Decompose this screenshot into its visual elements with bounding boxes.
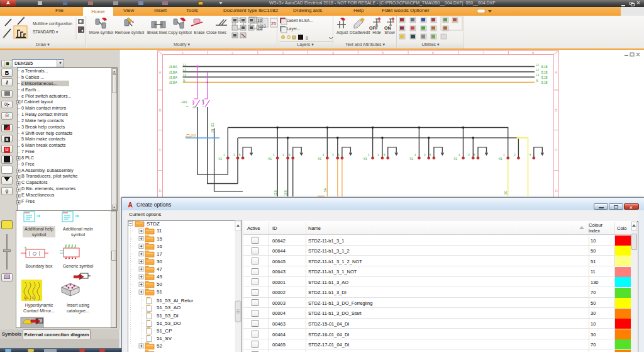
svg-text:1: 1	[503, 154, 505, 157]
svg-text:6: 6	[432, 51, 435, 55]
svg-text:3C: 3C	[504, 190, 508, 195]
svg-text:L1: L1	[536, 64, 540, 67]
svg-text:5: 5	[530, 154, 531, 157]
svg-text:1: 1	[368, 154, 370, 157]
svg-text:**: **	[186, 106, 189, 109]
svg-text:3: 3	[377, 154, 379, 157]
svg-text:1N /2Z: 1N /2Z	[211, 123, 214, 133]
svg-text:2: 2	[231, 51, 234, 55]
svg-text:L3: L3	[536, 74, 540, 77]
svg-text:5: 5	[430, 154, 431, 157]
svg-text:1: 1	[458, 154, 460, 157]
svg-text:-X1: -X1	[498, 157, 503, 161]
svg-text:1M3: 1M3	[191, 134, 196, 137]
svg-text:5: 5	[382, 51, 384, 55]
svg-text:s: s	[25, 246, 26, 249]
svg-text:L3: L3	[183, 74, 187, 77]
svg-text:5: 5	[474, 154, 475, 157]
svg-text:3: 3	[332, 154, 334, 157]
svg-text:4: 4	[332, 51, 335, 55]
svg-text:-X1: -X1	[218, 157, 223, 161]
svg-text:5: 5	[338, 154, 340, 157]
svg-text:A: A	[555, 71, 558, 74]
svg-text:C: C	[159, 148, 162, 152]
svg-text:-F1: -F1	[192, 106, 197, 109]
svg-text:13B: 13B	[284, 190, 287, 196]
svg-text:/5.1B: /5.1B	[541, 71, 548, 74]
svg-text:-X1: -X1	[453, 157, 458, 161]
svg-text:/3.8A: /3.8A	[169, 76, 177, 79]
svg-text:/3.8A: /3.8A	[169, 81, 177, 84]
svg-text:3: 3	[282, 51, 284, 55]
svg-text:25: 25	[271, 21, 276, 26]
svg-text:5: 5	[384, 154, 386, 157]
svg-text:5: 5	[289, 154, 291, 157]
svg-text:1: 1	[323, 154, 325, 157]
svg-text:D: D	[159, 189, 162, 193]
svg-text:8: 8	[532, 51, 535, 55]
svg-text:3: 3	[282, 154, 284, 157]
svg-text:3: 3	[514, 154, 516, 157]
svg-text:L1: L1	[183, 64, 187, 67]
svg-text:/5.1B: /5.1B	[541, 76, 548, 79]
svg-text:1: 1	[414, 154, 416, 157]
svg-text:C: C	[555, 148, 558, 152]
svg-text:A: A	[159, 71, 162, 74]
svg-text:-X1: -X1	[363, 157, 368, 161]
svg-text:7: 7	[482, 51, 485, 55]
svg-text:-X1: -X1	[267, 157, 272, 161]
svg-text:-X1: -X1	[409, 157, 414, 161]
svg-text:1: 1	[273, 154, 275, 157]
svg-text:1: 1	[182, 51, 184, 55]
svg-text:0: 0	[306, 36, 308, 40]
svg-text:-X1: -X1	[317, 157, 322, 161]
svg-text:1: 1	[223, 154, 225, 157]
svg-text:ON: ON	[384, 26, 391, 30]
svg-text:25: 25	[257, 26, 262, 30]
svg-text:/5.1B: /5.1B	[541, 65, 548, 69]
svg-text:/3.8A: /3.8A	[169, 65, 177, 69]
svg-text:12B: 12B	[274, 190, 277, 196]
svg-text:*: *	[203, 106, 204, 109]
svg-text:B: B	[159, 108, 162, 112]
svg-text:+W1: +W1	[181, 101, 187, 104]
svg-text:R L: R L	[24, 296, 29, 300]
svg-text:3: 3	[468, 154, 470, 157]
svg-text:5A: 5A	[323, 188, 327, 192]
svg-text:D: D	[555, 189, 558, 193]
svg-text:OFF: OFF	[369, 26, 379, 30]
svg-text:C: C	[32, 296, 35, 300]
svg-text:5: 5	[239, 154, 241, 157]
svg-text:/3.8A: /3.8A	[169, 71, 177, 74]
svg-text:3: 3	[424, 154, 426, 157]
svg-text:L2: L2	[536, 69, 540, 72]
svg-text:A: A	[202, 99, 204, 102]
svg-text:L2: L2	[183, 69, 187, 72]
svg-text:10: 10	[257, 18, 262, 23]
svg-text:N: N	[183, 79, 185, 82]
svg-text:N: N	[536, 79, 538, 82]
svg-text:3: 3	[233, 154, 235, 157]
svg-text:B: B	[555, 108, 558, 112]
svg-text:/5.1B: /5.1B	[541, 81, 548, 84]
